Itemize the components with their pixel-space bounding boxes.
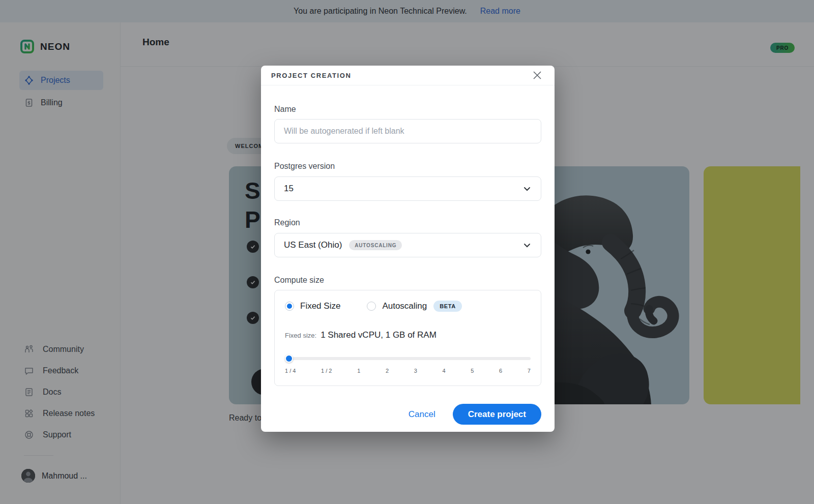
fixed-size-summary-label: Fixed size: <box>285 332 316 339</box>
modal-body: Name Will be autogenerated if left blank… <box>261 85 555 386</box>
postgres-version-label: Postgres version <box>274 162 541 172</box>
compute-type-options: Fixed Size Autoscaling BETA <box>285 301 531 312</box>
name-input-placeholder: Will be autogenerated if left blank <box>284 127 404 136</box>
postgres-version-select[interactable]: 15 <box>274 176 541 201</box>
modal-footer: Cancel Create project <box>261 404 555 425</box>
name-input[interactable]: Will be autogenerated if left blank <box>274 119 541 143</box>
compute-size-group: Compute size Fixed Size Autoscaling BETA… <box>274 276 541 386</box>
tick-label: 7 <box>528 368 531 374</box>
region-label: Region <box>274 218 541 228</box>
tick-label: 6 <box>499 368 502 374</box>
close-icon[interactable] <box>531 69 543 81</box>
postgres-version-value: 15 <box>284 184 294 194</box>
autoscaling-region-badge: AUTOSCALING <box>349 240 402 250</box>
postgres-field-group: Postgres version 15 <box>274 162 541 201</box>
modal-title: PROJECT CREATION <box>271 72 352 79</box>
fixed-size-radio-label[interactable]: Fixed Size <box>300 301 340 311</box>
fixed-size-summary: Fixed size: 1 Shared vCPU, 1 GB of RAM <box>285 330 531 340</box>
tick-label: 1 / 4 <box>285 368 296 374</box>
compute-size-box: Fixed Size Autoscaling BETA Fixed size: … <box>274 290 541 386</box>
fixed-size-radio[interactable] <box>285 302 294 311</box>
compute-size-label: Compute size <box>274 276 541 286</box>
name-field-group: Name Will be autogenerated if left blank <box>274 105 541 143</box>
tick-label: 1 <box>357 368 360 374</box>
region-value: US East (Ohio) <box>284 240 342 250</box>
region-select[interactable]: US East (Ohio) AUTOSCALING <box>274 233 541 257</box>
app-root: You are participating in Neon Technical … <box>0 0 814 504</box>
autoscaling-radio[interactable] <box>367 302 376 311</box>
compute-size-slider[interactable] <box>285 354 531 363</box>
create-project-button[interactable]: Create project <box>453 404 541 425</box>
region-field-group: Region US East (Ohio) AUTOSCALING <box>274 218 541 257</box>
tick-label: 1 / 2 <box>321 368 332 374</box>
tick-label: 2 <box>386 368 389 374</box>
beta-badge: BETA <box>433 301 462 312</box>
chevron-down-icon <box>522 241 532 250</box>
autoscaling-radio-label[interactable]: Autoscaling <box>382 301 427 311</box>
project-creation-modal: PROJECT CREATION Name Will be autogenera… <box>261 66 555 432</box>
slider-tick-labels: 1 / 4 1 / 2 1 2 3 4 5 6 7 <box>285 368 531 374</box>
tick-label: 5 <box>471 368 474 374</box>
cancel-button[interactable]: Cancel <box>409 409 435 420</box>
tick-label: 3 <box>414 368 417 374</box>
tick-label: 4 <box>442 368 445 374</box>
fixed-size-summary-value: 1 Shared vCPU, 1 GB of RAM <box>321 330 437 340</box>
name-label: Name <box>274 105 541 115</box>
chevron-down-icon <box>522 184 532 193</box>
slider-track[interactable] <box>285 357 531 360</box>
slider-thumb[interactable] <box>285 354 293 363</box>
modal-header: PROJECT CREATION <box>261 66 555 85</box>
